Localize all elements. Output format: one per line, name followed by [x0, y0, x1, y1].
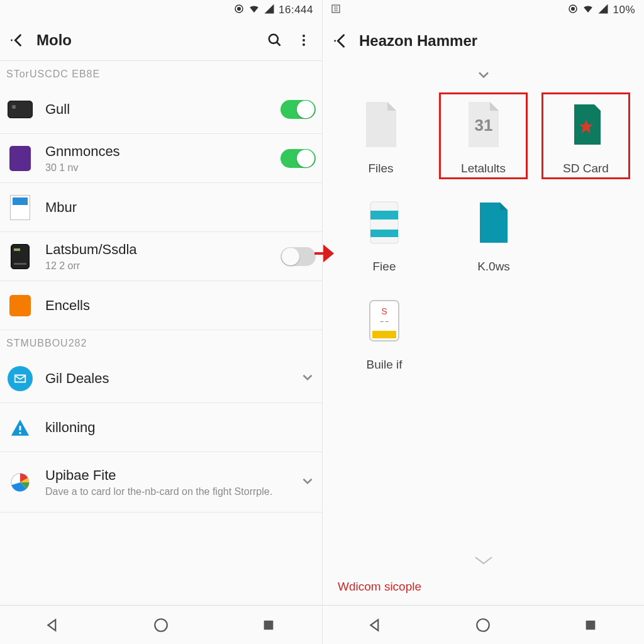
- chevron-down-icon: [299, 473, 316, 492]
- bottom-hint-text[interactable]: Wdicom sicople: [323, 569, 644, 605]
- list-item[interactable]: Mbur: [0, 183, 322, 232]
- tile-label: Buile if: [366, 358, 402, 372]
- item-label: Gnnmonces: [45, 143, 275, 160]
- svg-rect-23: [586, 620, 595, 630]
- svg-point-5: [303, 43, 305, 46]
- svg-point-9: [155, 619, 167, 631]
- section-header-1: STorUSCDC EB8E: [0, 61, 322, 85]
- file-teal-icon: [469, 194, 518, 251]
- svg-rect-7: [19, 432, 21, 434]
- item-label: Gil Deales: [45, 370, 294, 387]
- file-31-icon: 31: [459, 96, 508, 153]
- tile-label: Letalults: [461, 162, 506, 175]
- nav-back-button[interactable]: [364, 613, 389, 638]
- item-label: Gull: [45, 101, 275, 118]
- item-label: Upibae Fite: [45, 467, 294, 484]
- target-icon: [233, 3, 245, 18]
- svg-rect-15: [370, 202, 398, 243]
- toggle-gull[interactable]: [280, 100, 316, 119]
- pie-icon: [6, 469, 34, 496]
- svg-point-3: [303, 35, 305, 37]
- nav-bar-left: [0, 605, 322, 644]
- expand-chevron[interactable]: [323, 61, 644, 90]
- sim-icon: S‒ ‒: [360, 292, 409, 349]
- nav-home-button[interactable]: [470, 613, 496, 638]
- item-sublabel: 12 2 orr: [45, 260, 275, 272]
- nav-back-button[interactable]: [41, 613, 66, 638]
- list-item[interactable]: Gil Deales: [0, 354, 322, 403]
- tile-label: K.0ws: [477, 260, 510, 274]
- tile-fiee[interactable]: Fiee: [340, 194, 428, 274]
- svg-point-1: [238, 7, 241, 10]
- svg-rect-16: [370, 211, 398, 219]
- signal-icon: [264, 3, 275, 18]
- bottom-chevron-icon: [323, 556, 644, 569]
- nav-recent-button[interactable]: [578, 613, 603, 638]
- file-bars-icon: [360, 194, 409, 251]
- list-item[interactable]: Gull: [0, 85, 322, 134]
- svg-point-22: [477, 619, 490, 631]
- item-sublabel: Dave a to card lor the-nb-card on the fi…: [45, 486, 294, 497]
- card-icon: [6, 243, 34, 270]
- wifi-icon: [248, 3, 260, 18]
- item-sublabel: 30 1 nv: [45, 162, 275, 174]
- tile-buileif[interactable]: S‒ ‒ Buile if: [340, 292, 428, 372]
- page-title: Molo: [36, 31, 72, 49]
- nav-recent-button[interactable]: [256, 613, 281, 638]
- back-button[interactable]: [326, 26, 355, 55]
- svg-rect-10: [264, 620, 273, 630]
- status-bar-right: 10%: [323, 0, 644, 20]
- app-bar-left: Molo: [0, 20, 322, 61]
- nav-bar-right: [323, 605, 644, 644]
- left-screen: 16:444 Molo STorUSCDC EB8E Gull Gnnmonce…: [0, 0, 322, 644]
- chevron-down-icon: [299, 369, 316, 388]
- wifi-icon: [582, 3, 594, 18]
- back-button[interactable]: [4, 26, 33, 55]
- alert-icon: [6, 414, 34, 441]
- svg-point-4: [303, 39, 305, 42]
- file-blank-icon: [357, 96, 406, 153]
- item-label: Latsbum/Ssdla: [45, 242, 275, 258]
- list-item[interactable]: Encells: [0, 281, 322, 330]
- file-grid: Files 31 Letalults SD Card Fiee: [323, 90, 644, 391]
- right-screen: 10% Heazon Hammer Files 31 Letalults: [322, 0, 644, 644]
- list-item[interactable]: Upibae Fite Dave a to card lor the-nb-ca…: [0, 452, 322, 513]
- tile-files[interactable]: Files: [340, 96, 421, 175]
- item-label: Encells: [45, 297, 316, 314]
- overflow-menu-button[interactable]: [289, 26, 318, 55]
- nav-home-button[interactable]: [148, 613, 174, 638]
- app-bar-right: Heazon Hammer: [323, 20, 644, 61]
- device-icon: [6, 96, 34, 123]
- orange-square-icon: [6, 292, 34, 319]
- svg-text:31: 31: [474, 116, 492, 135]
- sdcard-icon: [562, 96, 611, 153]
- tile-k0ws[interactable]: K.0ws: [450, 194, 538, 274]
- svg-point-2: [269, 35, 278, 43]
- list-item[interactable]: Gnnmonces 30 1 nv: [0, 134, 322, 183]
- tile-sdcard[interactable]: SD Card: [545, 96, 626, 175]
- section-header-2: STMUBBOU282: [0, 330, 322, 354]
- svg-rect-19: [372, 331, 396, 338]
- svg-text:S: S: [381, 306, 387, 316]
- page-icon: [6, 194, 34, 221]
- svg-rect-17: [370, 230, 398, 237]
- toggle-latsbum[interactable]: [280, 247, 316, 266]
- mail-icon: [6, 365, 34, 392]
- item-label: Mbur: [45, 199, 316, 216]
- list-item[interactable]: killoning: [0, 403, 322, 452]
- toggle-gnnmonces[interactable]: [280, 149, 316, 168]
- svg-rect-6: [19, 426, 21, 430]
- search-button[interactable]: [260, 26, 289, 55]
- page-title: Heazon Hammer: [359, 32, 477, 50]
- svg-point-13: [572, 7, 575, 10]
- item-label: killoning: [45, 419, 316, 436]
- signal-icon: [597, 3, 609, 18]
- list-item[interactable]: Latsbum/Ssdla 12 2 orr: [0, 232, 322, 281]
- tile-label: SD Card: [563, 162, 609, 175]
- tile-letalults[interactable]: 31 Letalults: [443, 96, 524, 175]
- status-bar-left: 16:444: [0, 0, 322, 20]
- target-icon: [567, 3, 579, 18]
- battery-percent: 10%: [613, 4, 635, 16]
- transition-arrow-icon: [313, 244, 338, 265]
- svg-text:‒ ‒: ‒ ‒: [380, 318, 389, 325]
